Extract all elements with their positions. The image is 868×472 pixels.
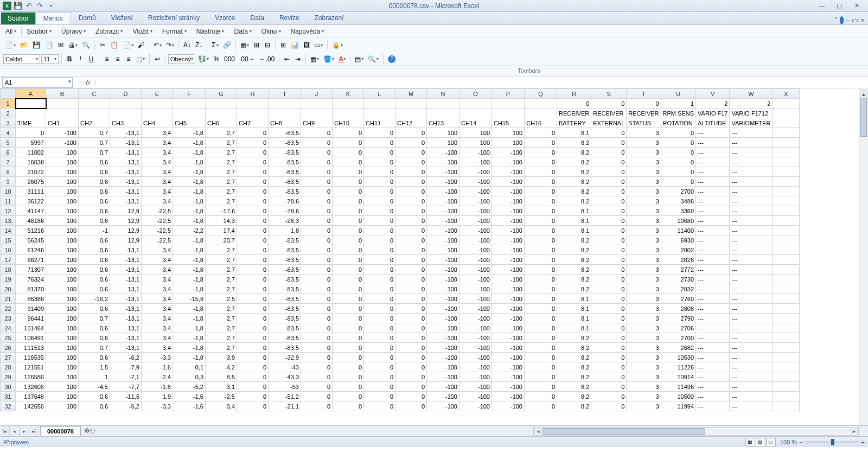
- cell-B29[interactable]: 100: [46, 372, 79, 382]
- cell-K11[interactable]: 0: [333, 196, 364, 206]
- cell-A14[interactable]: 51216: [16, 226, 46, 235]
- page-break-view-button[interactable]: ▭: [766, 438, 776, 447]
- cell-U16[interactable]: 2802: [661, 245, 695, 255]
- cell-B14[interactable]: 100: [46, 226, 79, 235]
- wrap-text-icon[interactable]: ↩: [152, 54, 162, 65]
- cell-A10[interactable]: 31111: [16, 187, 46, 196]
- redo-icon[interactable]: ↷▾: [164, 40, 176, 50]
- cell-G30[interactable]: 3,1: [206, 382, 237, 392]
- cell-T3[interactable]: STATUS: [627, 118, 661, 128]
- cell-H25[interactable]: 0: [237, 333, 269, 343]
- horizontal-scrollbar[interactable]: ◂ ▸: [533, 427, 859, 436]
- cell-B15[interactable]: 100: [46, 235, 79, 245]
- cell-R9[interactable]: 8,2: [557, 177, 591, 187]
- cell-G2[interactable]: [206, 109, 237, 118]
- cell-M28[interactable]: 0: [395, 362, 427, 372]
- cell-B24[interactable]: 100: [46, 323, 79, 333]
- cell-Q12[interactable]: 0: [525, 206, 557, 216]
- cell-A19[interactable]: 76324: [16, 275, 46, 284]
- cell-P19[interactable]: -100: [492, 275, 525, 284]
- cell-D15[interactable]: 12,9: [110, 235, 142, 245]
- cell-R12[interactable]: 8,1: [557, 206, 591, 216]
- cell-X12[interactable]: [773, 206, 800, 216]
- cell-V10[interactable]: ---: [696, 187, 730, 196]
- cell-M2[interactable]: [395, 109, 427, 118]
- row-header-16[interactable]: 16: [1, 245, 16, 255]
- cell-A28[interactable]: 121551: [16, 362, 46, 372]
- cell-A8[interactable]: 21072: [16, 167, 46, 177]
- cell-D6[interactable]: -13,1: [110, 148, 142, 157]
- cell-O18[interactable]: -100: [459, 265, 492, 275]
- cell-P29[interactable]: -100: [492, 372, 525, 382]
- cell-H17[interactable]: 0: [237, 255, 269, 265]
- cell-I29[interactable]: -43,3: [269, 372, 301, 382]
- cell-Q5[interactable]: 0: [525, 138, 557, 148]
- cell-H13[interactable]: 0: [237, 216, 269, 226]
- cell-Q32[interactable]: 0: [525, 401, 557, 411]
- cell-L10[interactable]: 0: [364, 187, 395, 196]
- cell-F15[interactable]: -1,8: [173, 235, 206, 245]
- cell-T17[interactable]: 3: [627, 255, 661, 265]
- sheet-nav-prev[interactable]: ◂: [10, 426, 20, 436]
- cell-E26[interactable]: 3,4: [142, 343, 173, 353]
- cell-O6[interactable]: -100: [459, 148, 492, 157]
- cell-I25[interactable]: -83,5: [269, 333, 301, 343]
- cell-K9[interactable]: 0: [333, 177, 364, 187]
- cell-E21[interactable]: 3,4: [142, 294, 173, 304]
- cell-P17[interactable]: -100: [492, 255, 525, 265]
- cell-N26[interactable]: -100: [427, 343, 459, 353]
- cell-L22[interactable]: 0: [364, 304, 395, 314]
- cell-U18[interactable]: 2772: [661, 265, 695, 275]
- cell-C9[interactable]: 0,6: [79, 177, 110, 187]
- cell-D29[interactable]: -7,1: [110, 372, 142, 382]
- cell-V12[interactable]: ---: [696, 206, 730, 216]
- col-header-K[interactable]: K: [333, 89, 364, 99]
- cell-U13[interactable]: 10680: [661, 216, 695, 226]
- cell-R14[interactable]: 8,1: [557, 226, 591, 235]
- cell-P2[interactable]: [492, 109, 525, 118]
- cell-S12[interactable]: 0: [591, 206, 627, 216]
- cell-S16[interactable]: 0: [591, 245, 627, 255]
- cell-O30[interactable]: -100: [459, 382, 492, 392]
- cell-H15[interactable]: 0: [237, 235, 269, 245]
- cell-S5[interactable]: 0: [591, 138, 627, 148]
- cell-V18[interactable]: ---: [696, 265, 730, 275]
- cell-X7[interactable]: [773, 157, 800, 167]
- cell-J1[interactable]: [301, 99, 333, 109]
- cell-V9[interactable]: ---: [696, 177, 730, 187]
- cell-C29[interactable]: 1: [79, 372, 110, 382]
- sort-asc-icon[interactable]: A↓: [182, 40, 193, 50]
- cell-G27[interactable]: 3,9: [206, 353, 237, 362]
- col-header-I[interactable]: I: [269, 89, 301, 99]
- cell-V1[interactable]: 2: [696, 99, 730, 109]
- cell-X20[interactable]: [773, 284, 800, 294]
- cell-S23[interactable]: 0: [591, 314, 627, 323]
- cell-A18[interactable]: 71307: [16, 265, 46, 275]
- cell-R19[interactable]: 8,2: [557, 275, 591, 284]
- cell-U27[interactable]: 10530: [661, 353, 695, 362]
- cell-L28[interactable]: 0: [364, 362, 395, 372]
- cell-F10[interactable]: -1,8: [173, 187, 206, 196]
- cell-I21[interactable]: -83,5: [269, 294, 301, 304]
- cell-R16[interactable]: 8,2: [557, 245, 591, 255]
- col-header-Q[interactable]: Q: [525, 89, 557, 99]
- cell-E7[interactable]: 3,4: [142, 157, 173, 167]
- menu-data[interactable]: Data▾: [232, 27, 253, 36]
- menu-formát[interactable]: Formát▾: [160, 27, 189, 36]
- cell-O29[interactable]: -100: [459, 372, 492, 382]
- cell-I26[interactable]: -83,5: [269, 343, 301, 353]
- cell-Q3[interactable]: CH16: [525, 118, 557, 128]
- print-icon[interactable]: 🖨▾: [67, 40, 79, 50]
- cell-D9[interactable]: -13,1: [110, 177, 142, 187]
- cell-Q14[interactable]: 0: [525, 226, 557, 235]
- cell-X32[interactable]: [773, 401, 800, 411]
- name-box[interactable]: A1▾: [2, 77, 73, 88]
- cell-S24[interactable]: 0: [591, 323, 627, 333]
- cell-S18[interactable]: 0: [591, 265, 627, 275]
- cell-styles-icon[interactable]: ▤▾: [353, 54, 365, 65]
- help-button-icon[interactable]: ?: [386, 54, 397, 65]
- cell-S13[interactable]: 0: [591, 216, 627, 226]
- cell-I5[interactable]: -83,5: [269, 138, 301, 148]
- cell-A12[interactable]: 41147: [16, 206, 46, 216]
- cell-F17[interactable]: -1,8: [173, 255, 206, 265]
